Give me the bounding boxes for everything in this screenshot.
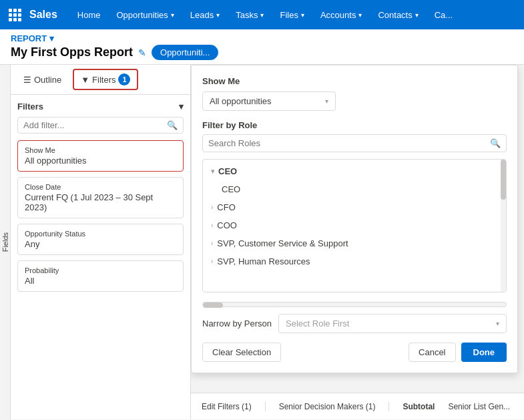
add-filter-input[interactable] <box>23 120 167 130</box>
roles-list-container: ▾ CEO CEO › CFO › COO <box>202 159 507 292</box>
narrow-select-placeholder: Select Role First <box>286 319 349 329</box>
bottom-cell-edit-filters: Edit Filters (1) <box>202 402 266 411</box>
chevron-down-icon: ▾ <box>260 11 264 19</box>
expand-icon[interactable]: ▾ <box>179 101 184 112</box>
chevron-down-icon: ▾ <box>211 168 214 175</box>
nav-leads[interactable]: Leads ▾ <box>184 6 226 24</box>
role-label: CFO <box>217 202 235 212</box>
action-row: Clear Selection Cancel Done <box>202 343 507 362</box>
filter-value: Any <box>25 239 176 249</box>
chevron-right-icon: › <box>211 204 213 211</box>
nav-opportunities[interactable]: Opportunities ▾ <box>110 6 181 24</box>
left-panel: ☰ Outline ▼ Filters 1 Filters ▾ 🔍 Show M… <box>11 65 191 419</box>
top-nav: Sales Home Opportunities ▾ Leads ▾ Tasks… <box>0 0 524 29</box>
filter-label: Show Me <box>25 146 176 154</box>
roles-list: ▾ CEO CEO › CFO › COO <box>203 160 506 273</box>
search-roles-row[interactable]: 🔍 <box>202 134 507 152</box>
sub-header: REPORT ▾ My First Opps Report ✎ Opportun… <box>0 29 524 65</box>
done-button[interactable]: Done <box>461 343 507 362</box>
clear-selection-button[interactable]: Clear Selection <box>202 343 281 362</box>
filters-panel: Filters ▾ 🔍 Show Me All opportunities Cl… <box>11 95 190 419</box>
bottom-cell-list-gen: Senior List Gen... <box>448 402 510 411</box>
filter-card-opportunity-status[interactable]: Opportunity Status Any <box>17 224 184 255</box>
chevron-down-icon: ▾ <box>216 11 220 19</box>
chevron-right-icon: › <box>211 222 213 229</box>
scrollbar-thumb[interactable] <box>501 160 506 200</box>
chevron-right-icon: › <box>211 258 213 265</box>
cancel-button[interactable]: Cancel <box>409 343 455 362</box>
chevron-down-icon: ▾ <box>171 11 174 19</box>
filters-section-title: Filters ▾ <box>17 101 184 112</box>
chevron-right-icon: › <box>211 240 213 247</box>
filter-label: Probability <box>25 266 176 274</box>
role-coo[interactable]: › COO <box>203 216 506 234</box>
filter-icon: ▼ <box>81 75 89 85</box>
search-roles-input[interactable] <box>208 138 490 148</box>
report-label: REPORT ▾ <box>11 33 513 43</box>
tab-filters[interactable]: ▼ Filters 1 <box>73 69 138 90</box>
scrollbar-track[interactable] <box>501 160 506 292</box>
filter-value: Current FQ (1 Jul 2023 – 30 Sept 2023) <box>25 192 176 212</box>
filter-badge: 1 <box>118 73 130 85</box>
role-label: CEO <box>222 184 240 194</box>
narrow-by-person-label: Narrow by Person <box>202 319 272 329</box>
filter-label: Close Date <box>25 183 176 191</box>
show-me-value: All opportunities <box>210 96 272 106</box>
chevron-down-icon[interactable]: ▾ <box>49 33 54 43</box>
chevron-down-icon: ▾ <box>358 11 362 19</box>
bottom-cell-decision-makers: Senior Decision Makers (1) <box>279 402 390 411</box>
report-title: My First Opps Report <box>11 45 133 59</box>
chevron-down-icon: ▾ <box>301 11 304 19</box>
show-me-select[interactable]: All opportunities ▾ <box>202 91 336 111</box>
show-me-title: Show Me <box>202 76 507 86</box>
filter-card-close-date[interactable]: Close Date Current FQ (1 Jul 2023 – 30 S… <box>17 177 184 218</box>
tab-opportunities[interactable]: Opportuniti... <box>152 45 218 60</box>
fields-sidebar[interactable]: Fields <box>0 65 11 419</box>
chevron-down-icon: ▾ <box>496 320 499 327</box>
search-icon: 🔍 <box>490 138 501 148</box>
nav-files[interactable]: Files ▾ <box>273 6 310 24</box>
role-cfo[interactable]: › CFO <box>203 198 506 216</box>
role-label: COO <box>217 220 237 230</box>
tab-outline[interactable]: ☰ Outline <box>16 71 69 89</box>
add-filter-row[interactable]: 🔍 <box>17 117 184 134</box>
nav-home[interactable]: Home <box>71 6 107 24</box>
outline-icon: ☰ <box>23 75 31 85</box>
app-name: Sales <box>29 9 57 21</box>
chevron-down-icon: ▾ <box>415 11 419 19</box>
fields-label: Fields <box>1 232 9 252</box>
role-ceo-parent[interactable]: ▾ CEO <box>203 162 506 180</box>
tabs-row: ☰ Outline ▼ Filters 1 <box>11 65 190 95</box>
nav-tasks[interactable]: Tasks ▾ <box>229 6 270 24</box>
right-panel: Show Me All opportunities ▾ Filter by Ro… <box>191 65 524 419</box>
bottom-strip: Edit Filters (1) Senior Decision Makers … <box>191 393 524 419</box>
nav-contacts[interactable]: Contacts ▾ <box>371 6 425 24</box>
role-label: SVP, Human Resources <box>217 256 310 266</box>
filter-value: All <box>25 276 176 286</box>
narrow-by-person-row: Narrow by Person Select Role First ▾ <box>202 314 507 333</box>
role-ceo-child[interactable]: CEO <box>203 180 506 198</box>
role-svp-cs[interactable]: › SVP, Customer Service & Support <box>203 234 506 252</box>
narrow-by-person-select[interactable]: Select Role First ▾ <box>278 314 507 333</box>
filter-by-role-title: Filter by Role <box>202 120 507 130</box>
subtotal-header: Subtotal <box>403 402 435 411</box>
edit-icon[interactable]: ✎ <box>138 47 146 58</box>
role-svp-hr[interactable]: › SVP, Human Resources <box>203 252 506 270</box>
filter-card-probability[interactable]: Probability All <box>17 260 184 292</box>
search-icon: 🔍 <box>167 120 178 130</box>
filter-card-show-me[interactable]: Show Me All opportunities <box>17 140 184 172</box>
role-label: SVP, Customer Service & Support <box>217 238 348 248</box>
dropdown-panel: Show Me All opportunities ▾ Filter by Ro… <box>191 65 518 373</box>
chevron-down-icon: ▾ <box>325 97 328 105</box>
nav-accounts[interactable]: Accounts ▾ <box>314 6 368 24</box>
filter-value: All opportunities <box>25 156 176 166</box>
nav-more[interactable]: Ca... <box>428 6 459 24</box>
role-label: CEO <box>218 166 237 176</box>
app-grid-icon[interactable] <box>5 5 24 24</box>
filter-label: Opportunity Status <box>25 230 176 238</box>
main-area: Fields ☰ Outline ▼ Filters 1 Filters ▾ 🔍 <box>0 65 524 419</box>
